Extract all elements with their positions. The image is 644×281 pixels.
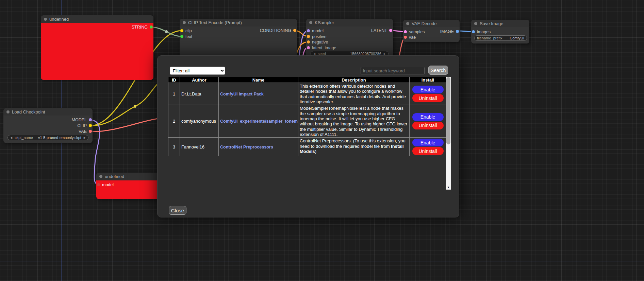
node-title: undefined	[105, 174, 124, 179]
node-title-bar[interactable]: Save Image	[471, 20, 529, 27]
extension-id: 1	[168, 83, 180, 105]
text-input-pin[interactable]	[180, 35, 183, 38]
negative-input-pin[interactable]	[307, 40, 310, 43]
extension-name-link[interactable]: ComfyUI_experiments/sampler_tonemap	[220, 119, 298, 124]
input-label: negative	[312, 40, 328, 45]
node-vae-decode: VAE Decode samples vae IMAGE	[403, 20, 460, 42]
extension-table: ID Author Name Description Install 1 Dr.…	[168, 77, 446, 156]
widget-name: ckpt_name	[15, 136, 33, 140]
enable-button[interactable]: Enable	[412, 139, 444, 146]
node-title-bar[interactable]: undefined	[41, 15, 153, 23]
node-body: model positive negative latent_image LAT…	[306, 27, 393, 59]
header-author: Author	[180, 77, 219, 83]
close-button[interactable]: Close	[169, 206, 186, 215]
widget-value: v1-5-pruned-emaonly.ckpt	[38, 136, 81, 140]
extension-name-link[interactable]: ComfyUI Impact Pack	[220, 92, 264, 96]
search-input[interactable]	[361, 67, 425, 74]
image-output-pin[interactable]	[456, 30, 459, 33]
model-input-pin[interactable]	[307, 29, 310, 32]
node-collapse-dot-icon[interactable]	[44, 18, 47, 21]
output-label: CONDITIONING	[260, 28, 291, 33]
header-install: Install	[410, 77, 446, 83]
increment-arrow-icon[interactable]: ▶	[384, 52, 386, 55]
output-label: VAE	[79, 129, 87, 134]
extension-name-link[interactable]: ControlNet Preprocessors	[220, 145, 273, 150]
filename-prefix-widget[interactable]: filename_prefix ComfyUI	[474, 35, 527, 41]
model-input-pin[interactable]	[97, 183, 100, 186]
extension-id: 2	[168, 105, 180, 138]
vae-input-pin[interactable]	[404, 36, 407, 39]
node-collapse-dot-icon[interactable]	[474, 22, 477, 25]
ckpt-name-widget[interactable]: ◀ ckpt_name v1-5-pruned-emaonly.ckpt ▶	[7, 135, 88, 140]
input-label: samples	[409, 30, 425, 34]
node-body: samples vae IMAGE	[403, 27, 460, 42]
node-title-bar[interactable]: Load Checkpoint	[3, 108, 93, 116]
output-label: STRING	[132, 25, 148, 30]
input-label: images	[477, 30, 491, 34]
input-label: model	[102, 182, 114, 187]
node-title: Save Image	[480, 21, 503, 26]
node-title-bar[interactable]: VAE Decode	[403, 20, 460, 27]
header-id: ID	[168, 77, 180, 83]
node-body: STRING	[41, 23, 153, 80]
manager-dialog: Filter: all Search ID Author Name Descri…	[157, 55, 459, 217]
clip-output-pin[interactable]	[89, 124, 92, 127]
extension-description: ModelSamplerTonemapNoiseTest a node that…	[298, 105, 410, 138]
increment-arrow-icon[interactable]: ▶	[84, 136, 86, 139]
node-collapse-dot-icon[interactable]	[406, 22, 409, 25]
enable-button[interactable]: Enable	[412, 86, 444, 93]
output-label: MODEL	[72, 118, 87, 122]
widget-name: filename_prefix	[477, 36, 502, 40]
input-label: vae	[409, 35, 416, 40]
filter-select[interactable]: Filter: all	[170, 67, 225, 75]
uninstall-button[interactable]: Uninstall	[412, 122, 444, 129]
samples-input-pin[interactable]	[404, 30, 407, 33]
node-title: undefined	[49, 17, 69, 22]
scrollbar-thumb[interactable]	[446, 77, 450, 144]
node-save-image: Save Image images filename_prefix ComfyU…	[471, 20, 529, 43]
scroll-down-arrow-icon[interactable]: ▼	[446, 185, 451, 190]
conditioning-output-pin[interactable]	[293, 29, 296, 32]
uninstall-button[interactable]: Uninstall	[412, 147, 444, 155]
node-title-bar[interactable]: KSampler	[306, 19, 393, 27]
node-collapse-dot-icon[interactable]	[309, 21, 312, 24]
node-undefined-top: undefined STRING	[41, 15, 153, 80]
enable-button[interactable]: Enable	[412, 113, 444, 121]
vae-output-pin[interactable]	[89, 130, 92, 133]
extension-author: comfyanonymous	[180, 105, 219, 138]
images-input-pin[interactable]	[472, 30, 475, 33]
latent-output-pin[interactable]	[389, 29, 392, 32]
extension-description: ControlNet Preprocessors. (To use this e…	[298, 138, 410, 156]
extension-id: 3	[168, 138, 180, 156]
input-label: clip	[185, 29, 192, 33]
input-label: model	[312, 29, 324, 33]
extension-row: 3 Fannovel16 ControlNet Preprocessors Co…	[168, 138, 446, 156]
node-collapse-dot-icon[interactable]	[99, 175, 102, 178]
widget-value: ComfyUI	[510, 36, 524, 40]
header-description: Description	[298, 77, 410, 83]
extension-table-container: ID Author Name Description Install 1 Dr.…	[168, 77, 446, 156]
header-name: Name	[219, 77, 298, 83]
model-output-pin[interactable]	[89, 118, 92, 121]
node-title: Load Checkpoint	[12, 109, 45, 115]
input-label: text	[185, 34, 192, 39]
positive-input-pin[interactable]	[307, 35, 310, 38]
clip-input-pin[interactable]	[180, 29, 183, 32]
node-title-bar[interactable]: CLIP Text Encode (Prompt)	[180, 19, 297, 27]
decrement-arrow-icon[interactable]: ◀	[313, 52, 315, 55]
extension-description: This extension offers various detector n…	[298, 83, 410, 105]
uninstall-button[interactable]: Uninstall	[412, 94, 444, 102]
node-title: CLIP Text Encode (Prompt)	[188, 20, 242, 25]
latent-image-input-pin[interactable]	[307, 46, 310, 49]
node-ksampler: KSampler model positive negative latent_…	[306, 19, 393, 59]
decrement-arrow-icon[interactable]: ◀	[10, 136, 12, 139]
extension-author: Fannovel16	[180, 138, 219, 156]
node-collapse-dot-icon[interactable]	[6, 110, 10, 113]
table-scrollbar[interactable]: ▼	[446, 77, 451, 190]
input-label: positive	[312, 34, 326, 39]
extension-author: Dr.Lt.Data	[180, 83, 219, 105]
search-button[interactable]: Search	[428, 66, 448, 75]
node-collapse-dot-icon[interactable]	[183, 21, 186, 24]
output-label: IMAGE	[440, 29, 454, 34]
string-output-pin[interactable]	[150, 25, 153, 29]
